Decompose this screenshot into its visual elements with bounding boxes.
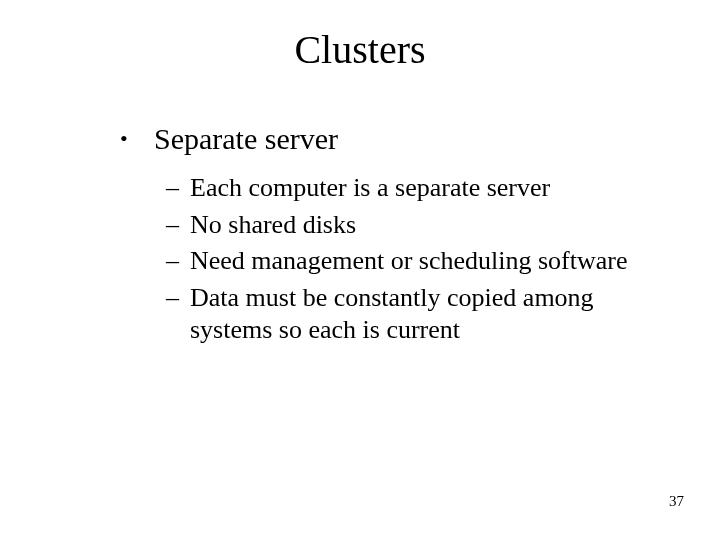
sub-bullet-item: – Need management or scheduling software [166, 245, 660, 278]
sub-bullet-list: – Each computer is a separate server – N… [166, 172, 660, 347]
bullet-item: • Separate server [120, 120, 660, 158]
sub-bullet-item: – Data must be constantly copied among s… [166, 282, 660, 347]
sub-bullet-text: Each computer is a separate server [190, 172, 660, 205]
slide-title: Clusters [0, 26, 720, 73]
slide: Clusters • Separate server – Each comput… [0, 0, 720, 540]
sub-bullet-text: Data must be constantly copied among sys… [190, 282, 660, 347]
bullet-glyph: • [120, 120, 154, 158]
dash-glyph: – [166, 172, 190, 205]
sub-bullet-text: Need management or scheduling software [190, 245, 660, 278]
dash-glyph: – [166, 245, 190, 278]
dash-glyph: – [166, 209, 190, 242]
slide-content: • Separate server – Each computer is a s… [120, 120, 660, 351]
bullet-text: Separate server [154, 120, 660, 158]
dash-glyph: – [166, 282, 190, 315]
sub-bullet-item: – No shared disks [166, 209, 660, 242]
sub-bullet-text: No shared disks [190, 209, 660, 242]
sub-bullet-item: – Each computer is a separate server [166, 172, 660, 205]
page-number: 37 [669, 493, 684, 510]
